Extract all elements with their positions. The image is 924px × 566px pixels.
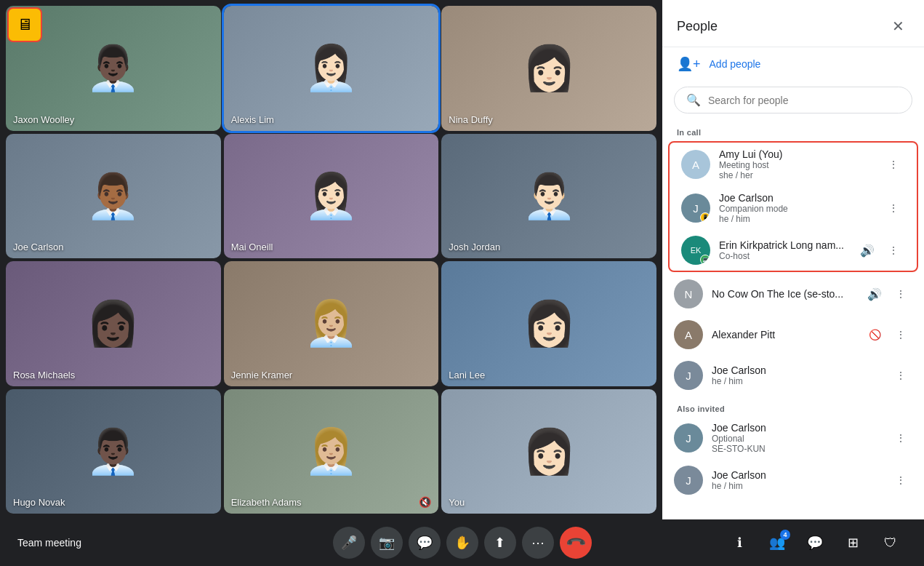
person-item-no-cow[interactable]: N No Cow On The Ice (se-sto... 🔊 ⋮ <box>662 274 924 314</box>
end-call-button[interactable]: 📞 <box>553 520 598 565</box>
person-info-joe: Joe Carlson Companion mode he / him <box>719 192 882 224</box>
more-options-joe-invited2[interactable]: ⋮ <box>889 469 912 492</box>
video-tile-hugo[interactable]: 👨🏿‍💼Hugo Novak <box>6 389 221 514</box>
person-info-amy: Amy Lui (You) Meeting host she / her <box>719 148 882 180</box>
app-logo[interactable]: 🖥 <box>7 7 42 42</box>
person-sub-amy: Meeting host <box>719 160 882 170</box>
highlighted-people-box: A Amy Lui (You) Meeting host she / her ⋮ <box>668 141 918 272</box>
person-actions-amy: ⋮ <box>882 153 905 176</box>
shield-button[interactable]: 🛡 <box>875 527 907 559</box>
person-info-joe-invited1: Joe Carlson Optional SE-STO-KUN <box>712 422 889 454</box>
people-button[interactable]: 👥 4 <box>761 527 793 559</box>
person-info-joe2: Joe Carlson he / him <box>712 364 889 386</box>
more-options-button[interactable]: ⋯ <box>522 527 554 559</box>
person-item-joe-invited1[interactable]: J Joe Carlson Optional SE-STO-KUN ⋮ <box>662 416 924 460</box>
more-options-joe[interactable]: ⋮ <box>882 196 905 220</box>
video-grid: 👨🏿‍💼Jaxon Woolley👩🏻‍💼Alexis Lim👩🏻Nina Du… <box>0 0 662 519</box>
people-badge: 4 <box>780 530 790 540</box>
person-name-no-cow: No Cow On The Ice (se-sto... <box>712 288 863 300</box>
avatar-amy: A <box>681 150 710 179</box>
person-actions-joe: ⋮ <box>882 196 905 220</box>
person-actions-joe-invited1: ⋮ <box>889 426 912 450</box>
video-tile-elizabeth[interactable]: 👩🏼‍💼Elizabeth Adams🔇 <box>224 389 439 514</box>
video-tile-you[interactable]: 👩🏻You <box>441 389 656 514</box>
logo-icon: 🖥 <box>17 15 33 34</box>
search-box: 🔍 <box>674 87 912 113</box>
close-panel-button[interactable]: ✕ <box>886 15 909 38</box>
avatar-alexander: A <box>674 320 703 349</box>
person-name-joe-invited1: Joe Carlson <box>712 422 889 434</box>
companion-badge: 📱 <box>700 212 710 223</box>
laptop-badge: 💻 <box>700 255 710 265</box>
more-options-alexander[interactable]: ⋮ <box>889 323 912 346</box>
meeting-title: Team meeting <box>17 537 81 549</box>
person-name-joe-invited2: Joe Carlson <box>712 469 889 481</box>
video-tile-josh[interactable]: 👨🏻‍💼Josh Jordan <box>441 134 656 259</box>
video-tile-alexis[interactable]: 👩🏻‍💼Alexis Lim <box>224 6 439 131</box>
speaking-icon-no-cow: 🔊 <box>863 282 886 306</box>
tile-name-alexis: Alexis Lim <box>231 114 274 125</box>
person-pronoun-joe2: he / him <box>712 376 889 386</box>
tile-name-josh: Josh Jordan <box>449 242 500 252</box>
person-info-no-cow: No Cow On The Ice (se-sto... <box>712 288 863 300</box>
person-pronoun-joe: he / him <box>719 214 882 224</box>
person-name-joe: Joe Carlson <box>719 192 882 204</box>
bottom-toolbar: Team meeting 🎤 📷 💬 ✋ ⬆ ⋯ 📞 ℹ 👥 4 💬 ⊞ 🛡 <box>0 519 924 566</box>
person-actions-joe2: ⋮ <box>889 364 912 387</box>
add-people-icon: 👤+ <box>677 56 701 72</box>
tile-name-joe-carlson: Joe Carlson <box>13 242 63 252</box>
person-actions-no-cow: 🔊 ⋮ <box>863 282 912 306</box>
more-options-joe2[interactable]: ⋮ <box>889 364 912 387</box>
tile-name-nina: Nina Duffy <box>449 114 492 125</box>
video-tile-jennie[interactable]: 👩🏼‍💼Jennie Kramer <box>224 261 439 386</box>
camera-button[interactable]: 📷 <box>371 527 403 559</box>
present-button[interactable]: ⬆ <box>484 527 516 559</box>
tile-name-mai: Mai Oneill <box>231 242 273 252</box>
more-options-amy[interactable]: ⋮ <box>882 153 905 176</box>
person-item-joe-invited2[interactable]: J Joe Carlson he / him ⋮ <box>662 460 924 501</box>
avatar-erin: EK 💻 <box>681 236 710 265</box>
captions-button[interactable]: 💬 <box>409 527 441 559</box>
avatar-joe-invited2: J <box>674 466 703 495</box>
add-people-button[interactable]: 👤+ Add people <box>662 47 924 81</box>
video-tile-nina[interactable]: 👩🏻Nina Duffy <box>441 6 656 131</box>
activities-button[interactable]: ⊞ <box>837 527 869 559</box>
in-call-label: In call <box>662 119 924 140</box>
tile-name-you: You <box>449 497 465 508</box>
tile-name-hugo: Hugo Novak <box>13 497 65 508</box>
mic-off-icon-elizabeth: 🔇 <box>419 496 431 508</box>
chat-button[interactable]: 💬 <box>799 527 831 559</box>
avatar-joe-carlson: J 📱 <box>681 194 710 223</box>
video-tile-rosa[interactable]: 👩🏿Rosa Michaels <box>6 261 221 386</box>
person-actions-joe-invited2: ⋮ <box>889 469 912 492</box>
mic-button[interactable]: 🎤 <box>333 527 365 559</box>
person-pronoun-joe-invited2: he / him <box>712 481 889 491</box>
more-options-joe-invited1[interactable]: ⋮ <box>889 426 912 450</box>
person-info-alexander: Alexander Pitt <box>712 329 863 340</box>
panel-header: People ✕ <box>662 0 924 47</box>
tile-name-lani: Lani Lee <box>449 370 485 380</box>
video-tile-joe-carlson[interactable]: 👨🏾‍💼Joe Carlson <box>6 134 221 259</box>
raise-hand-button[interactable]: ✋ <box>446 527 478 559</box>
search-input[interactable] <box>708 95 900 106</box>
mic-muted-icon-alexander: 🚫 <box>863 323 886 346</box>
person-item-joe-carlson[interactable]: J 📱 Joe Carlson Companion mode he / him … <box>670 186 917 230</box>
video-tile-mai[interactable]: 👩🏻‍💼Mai Oneill <box>224 134 439 259</box>
person-item-alexander[interactable]: A Alexander Pitt 🚫 ⋮ <box>662 314 924 355</box>
tile-name-rosa: Rosa Michaels <box>13 370 75 380</box>
person-item-amy[interactable]: A Amy Lui (You) Meeting host she / her ⋮ <box>670 143 917 186</box>
panel-title: People <box>677 19 718 34</box>
app-logo-container: 🖥 <box>7 7 42 42</box>
video-tile-lani[interactable]: 👩🏻Lani Lee <box>441 261 656 386</box>
person-item-joe2[interactable]: J Joe Carlson he / him ⋮ <box>662 355 924 396</box>
person-info-erin: Erin Kirkpatrick Long nam... Co-host <box>719 239 856 261</box>
more-options-erin[interactable]: ⋮ <box>882 239 905 262</box>
person-item-erin[interactable]: EK 💻 Erin Kirkpatrick Long nam... Co-hos… <box>670 230 917 271</box>
info-button[interactable]: ℹ <box>723 527 755 559</box>
person-name-alexander: Alexander Pitt <box>712 329 863 340</box>
search-icon: 🔍 <box>686 93 701 107</box>
panel-body: 👤+ Add people 🔍 In call A <box>662 47 924 519</box>
person-info-joe-invited2: Joe Carlson he / him <box>712 469 889 491</box>
person-pronoun-amy: she / her <box>719 170 882 180</box>
more-options-no-cow[interactable]: ⋮ <box>889 282 912 306</box>
